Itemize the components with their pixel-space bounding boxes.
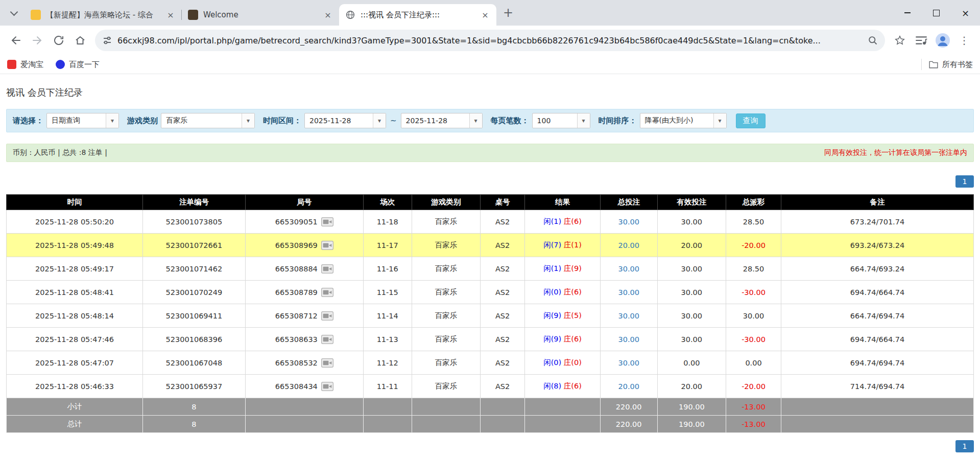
url-bar[interactable]: 66cxkj98.com/ipl/portal.php/game/betreco… (95, 30, 885, 51)
tab-close-icon[interactable]: × (165, 10, 176, 20)
profile-button[interactable] (932, 30, 953, 51)
result: 闲(1) 庄(6) (525, 210, 601, 234)
bookmark-star-button[interactable] (889, 30, 911, 51)
game-type: 百家乐 (412, 304, 480, 328)
browser-menu-button[interactable]: ⋮ (953, 30, 975, 51)
table-number: AS2 (481, 328, 525, 351)
new-tab-button[interactable]: + (499, 4, 517, 21)
chevron-down-icon[interactable]: ▾ (106, 113, 118, 128)
back-button[interactable] (5, 30, 27, 51)
summary-label: 总计 (7, 416, 143, 433)
profile-avatar-icon (935, 33, 950, 48)
tab-search-button[interactable] (5, 4, 22, 21)
tab-welcome[interactable]: Welcome × (182, 4, 339, 26)
total-bet-link[interactable]: 30.00 (618, 359, 639, 367)
tab-close-icon[interactable]: × (323, 10, 333, 20)
date-to-value: 2025-11-28 (401, 117, 469, 125)
video-replay-button[interactable] (321, 311, 333, 321)
search-button[interactable]: 查询 (736, 113, 766, 128)
bet-table-body: 2025-11-28 05:50:20523001073805665309051… (7, 210, 974, 433)
note: 693.24/673.24 (781, 234, 974, 257)
per-page-select[interactable]: 100 ▾ (532, 113, 590, 128)
total-bet-link[interactable]: 30.00 (618, 335, 639, 344)
bookmark-baidu[interactable]: 百度一下 (56, 60, 100, 70)
valid-bet: 20.00 (657, 234, 726, 257)
video-replay-button[interactable] (321, 264, 333, 273)
column-header: 场次 (363, 195, 412, 210)
total-bet-link[interactable]: 30.00 (618, 312, 639, 320)
page-1-button[interactable]: 1 (955, 440, 974, 452)
zoom-icon[interactable] (868, 35, 878, 45)
round-id: 665308712 (245, 304, 363, 328)
bet-id: 523001072661 (143, 234, 246, 257)
session: 11-13 (363, 328, 412, 351)
forward-button[interactable] (27, 30, 48, 51)
banker-result: 庄(9) (564, 264, 582, 272)
total-bet-link[interactable]: 20.00 (618, 382, 639, 391)
summary-note: 同局有效投注，统一计算在该局第一张注单内 (824, 148, 967, 157)
column-header: 有效投注 (657, 195, 726, 210)
video-replay-button[interactable] (321, 288, 333, 297)
date-from-select[interactable]: 2025-11-28 ▾ (304, 113, 386, 128)
round-id-text: 665309051 (275, 218, 318, 226)
result: 闲(1) 庄(9) (525, 257, 601, 281)
all-bookmarks-button[interactable]: 所有书签 (929, 60, 973, 70)
total-bet-link[interactable]: 30.00 (618, 265, 639, 273)
sort-select[interactable]: 降幂(由大到小) ▾ (640, 113, 727, 128)
total-bet-link[interactable]: 20.00 (618, 241, 639, 249)
page-1-button[interactable]: 1 (955, 175, 974, 188)
minimize-button[interactable] (893, 0, 922, 26)
game-type: 百家乐 (412, 210, 480, 234)
media-controls-button[interactable] (911, 30, 932, 51)
refresh-button[interactable] (48, 30, 69, 51)
total-bet: 30.00 (600, 304, 657, 328)
total-row: 总计8220.00190.00-13.00 (7, 416, 974, 433)
close-window-button[interactable]: × (951, 0, 980, 26)
bet-time: 2025-11-28 05:49:17 (7, 257, 143, 281)
note: 664.74/693.24 (781, 257, 974, 281)
kebab-menu-icon: ⋮ (959, 34, 969, 47)
url-text: 66cxkj98.com/ipl/portal.php/game/betreco… (117, 36, 863, 45)
video-replay-button[interactable] (321, 241, 333, 250)
total-bet-link[interactable]: 30.00 (618, 288, 639, 296)
summary-count: 8 (143, 416, 246, 433)
video-replay-button[interactable] (321, 382, 333, 391)
chevron-down-icon[interactable]: ▾ (713, 113, 726, 128)
payout: 0.00 (726, 351, 781, 375)
tab-bet-record[interactable]: :::视讯 会员下注纪录::: × (339, 4, 496, 26)
round-id: 665309051 (245, 210, 363, 234)
valid-bet: 30.00 (657, 328, 726, 351)
folder-icon (929, 60, 938, 68)
video-replay-button[interactable] (321, 358, 333, 368)
table-number: AS2 (481, 281, 525, 304)
total-bet: 30.00 (600, 210, 657, 234)
query-type-select[interactable]: 日期查询 ▾ (46, 113, 119, 128)
back-arrow-icon (10, 34, 22, 47)
chevron-down-icon (10, 8, 18, 16)
table-row: 2025-11-28 05:49:17523001071462665308884… (7, 257, 974, 281)
home-button[interactable] (69, 30, 91, 51)
result: 闲(8) 庄(6) (525, 375, 601, 398)
chevron-down-icon[interactable]: ▾ (242, 113, 254, 128)
date-from-value: 2025-11-28 (305, 117, 373, 125)
bookmark-taobao[interactable]: 爱淘宝 (7, 60, 43, 70)
video-replay-button[interactable] (321, 335, 333, 344)
bet-id: 523001065937 (143, 375, 246, 398)
total-bet-link[interactable]: 30.00 (618, 218, 639, 226)
round-id: 665308434 (245, 375, 363, 398)
chevron-down-icon[interactable]: ▾ (577, 113, 590, 128)
tab-close-icon[interactable]: × (480, 10, 490, 20)
per-page-value: 100 (533, 117, 577, 125)
page-title: 视讯 会员下注纪录 (6, 86, 974, 99)
column-header: 结果 (525, 195, 601, 210)
video-replay-button[interactable] (321, 217, 333, 226)
tab-forum[interactable]: 【新提醒】海燕策略论坛 - 综合 × (25, 4, 182, 26)
maximize-button[interactable] (922, 0, 951, 26)
bet-time: 2025-11-28 05:46:33 (7, 375, 143, 398)
table-row: 2025-11-28 05:50:20523001073805665309051… (7, 210, 974, 234)
game-category-select[interactable]: 百家乐 ▾ (161, 113, 255, 128)
chevron-down-icon[interactable]: ▾ (469, 113, 482, 128)
chevron-down-icon[interactable]: ▾ (373, 113, 386, 128)
result: 闲(0) 庄(0) (525, 351, 601, 375)
date-to-select[interactable]: 2025-11-28 ▾ (401, 113, 483, 128)
